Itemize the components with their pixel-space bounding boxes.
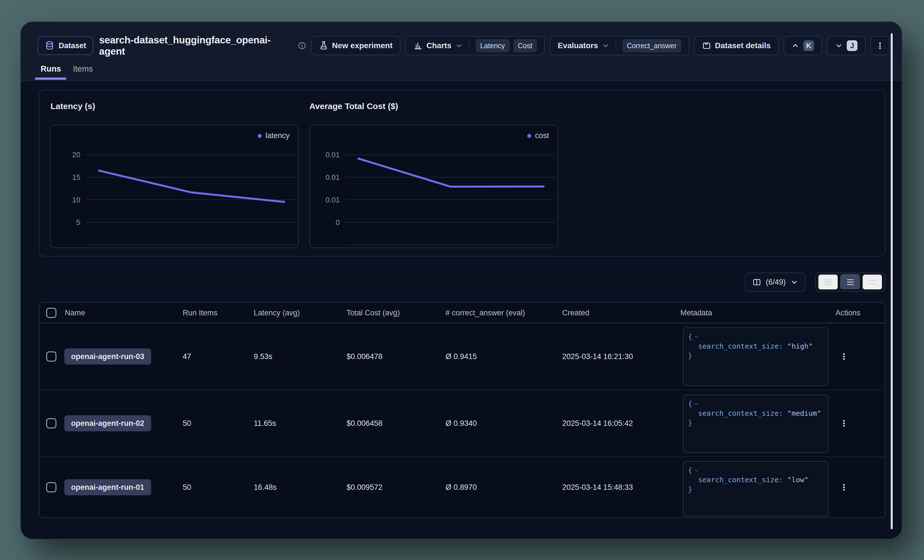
chart-badge-latency[interactable]: Latency [476,39,510,52]
rows-tall-icon [868,278,877,287]
charts-menu-group[interactable]: Charts Latency Cost [405,36,545,55]
column-header-correct-answer[interactable]: # correct_answer (eval) [446,308,525,317]
cost-chart-title: Average Total Cost ($) [309,102,398,111]
evaluator-badge-correct-answer[interactable]: Correct_answer [622,39,681,52]
y-tick: 15 [54,173,80,182]
flask-icon [319,41,328,50]
column-header-metadata[interactable]: Metadata [680,308,712,317]
created-cell: 2025-03-14 16:21:30 [562,352,633,361]
y-tick: 0.01 [314,150,340,159]
run-items-cell: 47 [183,352,191,361]
column-header-name[interactable]: Name [65,308,85,317]
latency-line-chart [86,125,296,249]
tab-runs[interactable]: Runs [40,64,61,80]
info-icon[interactable] [298,42,306,50]
run-items-cell: 50 [183,483,191,492]
column-header-created[interactable]: Created [562,308,589,317]
new-experiment-button[interactable]: New experiment [311,36,400,55]
columns-count-label: (6/49) [766,278,786,287]
column-header-total-cost[interactable]: Total Cost (avg) [346,308,400,317]
latency-cell: 16.48s [254,483,277,492]
row-height-toggle-group [815,273,885,292]
divider [615,40,616,51]
row-checkbox[interactable] [46,418,56,428]
json-collapse-chevron-icon[interactable] [694,334,699,339]
next-run-shortcut-button[interactable]: J [827,36,866,55]
json-collapse-chevron-icon[interactable] [694,468,699,473]
correct-answer-cell: Ø 0.9415 [446,352,477,361]
table-row[interactable]: openai-agent-run-03 47 9.53s $0.006478 Ø… [39,323,885,390]
charts-section: Latency (s) Average Total Cost ($) laten… [39,90,885,256]
metadata-json-viewer: { search_context_size: "low" } [683,461,828,516]
cost-series-line [358,159,544,187]
dataset-details-label: Dataset details [715,41,771,50]
metadata-json-viewer: { search_context_size: "high" } [683,328,828,386]
metadata-key: search_context_size: [698,409,783,418]
table-header-row: Name Run Items Latency (avg) Total Cost … [39,303,885,323]
total-cost-cell: $0.006478 [346,352,382,361]
metadata-value: "low" [787,476,808,484]
header-title-group: Dataset search-dataset_huggingface_opena… [38,34,306,57]
dataset-badge-label: Dataset [58,42,86,50]
evaluators-menu-group[interactable]: Evaluators Correct_answer [550,36,689,55]
y-tick: 0 [314,218,340,227]
run-items-cell: 50 [183,419,191,428]
tab-bar: Runs Items [40,64,93,80]
y-tick: 10 [54,195,80,204]
table-row[interactable]: openai-agent-run-01 50 16.48s $0.009572 … [39,456,885,518]
metadata-value: "high" [787,342,813,350]
run-name-badge[interactable]: openai-agent-run-03 [64,349,151,365]
row-actions-kebab-button[interactable] [840,483,848,491]
chevron-down-icon [602,42,609,49]
column-header-run-items[interactable]: Run Items [183,308,218,317]
cost-chart-card: cost 0.01 0.01 0.01 0 [309,124,558,248]
table-row[interactable]: openai-agent-run-02 50 11.65s $0.006458 … [39,390,885,456]
page-title: search-dataset_huggingface_openai-agent [99,34,291,57]
row-height-large-button[interactable] [862,274,882,290]
cost-line-chart [346,125,555,249]
window-header: Dataset search-dataset_huggingface_opena… [21,22,902,81]
row-height-medium-button[interactable] [840,274,861,290]
panel-icon [702,41,711,50]
chevron-down-icon [835,42,843,49]
row-checkbox[interactable] [46,482,56,493]
row-height-small-button[interactable] [818,274,838,290]
new-experiment-label: New experiment [332,41,393,50]
correct-answer-cell: Ø 0.9340 [446,419,477,428]
app-window: Dataset search-dataset_huggingface_opena… [20,21,902,539]
y-tick: 5 [54,218,80,227]
run-name-badge[interactable]: openai-agent-run-02 [64,415,151,431]
chevron-down-icon [455,42,463,49]
row-actions-kebab-button[interactable] [840,419,848,428]
database-icon [45,40,55,51]
created-cell: 2025-03-14 15:48:33 [562,483,633,492]
total-cost-cell: $0.009572 [346,483,382,492]
vertical-scrollbar[interactable] [891,33,893,529]
chevron-down-icon [790,278,798,286]
json-collapse-chevron-icon[interactable] [694,401,699,406]
latency-cell: 9.53s [254,352,272,361]
column-visibility-button[interactable]: (6/49) [745,273,806,292]
active-tab-underline [35,78,66,80]
more-actions-button[interactable] [870,36,890,55]
run-name-badge[interactable]: openai-agent-run-01 [64,479,151,496]
shortcut-key-j: J [847,40,858,51]
divider [469,40,470,51]
chart-badge-cost[interactable]: Cost [513,39,537,52]
latency-chart-title: Latency (s) [51,102,95,111]
columns-icon [752,278,761,287]
dataset-details-button[interactable]: Dataset details [694,36,779,55]
tab-items[interactable]: Items [73,64,93,80]
runs-table: Name Run Items Latency (avg) Total Cost … [39,302,885,518]
column-header-latency[interactable]: Latency (avg) [254,308,300,317]
metadata-key: search_context_size: [698,476,783,484]
rows-medium-icon [846,278,855,287]
prev-run-shortcut-button[interactable]: K [784,36,822,55]
select-all-checkbox[interactable] [46,308,56,318]
y-tick: 20 [54,150,80,159]
metadata-value: "medium" [787,409,821,418]
row-checkbox[interactable] [46,352,56,362]
y-tick: 0.01 [314,195,340,204]
latency-cell: 11.65s [254,419,276,428]
row-actions-kebab-button[interactable] [840,352,848,361]
